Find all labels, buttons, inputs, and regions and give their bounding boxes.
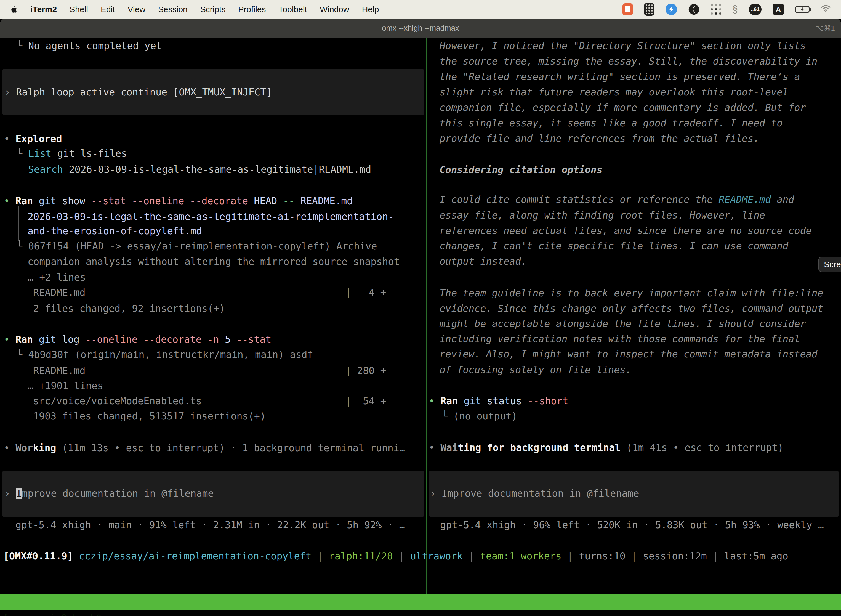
search-args: 2026-03-09-is-legal-the-same-as-legitima… — [69, 164, 371, 175]
battery-icon[interactable] — [795, 6, 810, 13]
reasoning-para1-line4: slight risk that future readers may over… — [440, 84, 788, 100]
menu-item-shell[interactable]: Shell — [70, 5, 88, 14]
subcommand-token: log — [62, 334, 85, 345]
log-output-more: … +1901 lines — [28, 378, 103, 393]
omx-branch-path: cczip/essay/ai-reimplementation-copyleft — [79, 551, 312, 562]
tmux-session-window[interactable]: [omx-cczip0:bash* — [3, 610, 101, 616]
left-prompt-line[interactable]: › Improve documentation in @filename — [4, 486, 214, 501]
tmux-status-bar: [omx-cczip0:bash* "MacBook-Pro-44.local"… — [0, 594, 841, 610]
git-show-command-line: • Ran git show --stat --oneline --decora… — [4, 193, 353, 209]
git-token: git — [463, 396, 487, 406]
reasoning-para2-line4: changes, I can't cite specific file line… — [440, 238, 788, 254]
reasoning-para1-line7: provide file and line references from th… — [440, 131, 759, 146]
show-output-filename-1: 2026-03-09-is-legal-the-same-as-legitima… — [28, 209, 394, 224]
reasoning-para3-line1: The team guideline is to back every impo… — [440, 285, 823, 301]
keypad-app-icon[interactable] — [644, 3, 655, 16]
log-stat-filename-2: src/voice/voiceModeEnabled.ts — [33, 393, 202, 409]
list-args: git ls-files — [57, 148, 127, 159]
separator: | — [707, 551, 724, 562]
reasoning-para3-line3: might be acceptable alongside the file l… — [440, 316, 806, 331]
dashdash-token: -- — [283, 195, 300, 207]
bullet-icon: • — [429, 442, 440, 453]
bullet-icon: • — [4, 334, 15, 345]
menu-item-toolbelt[interactable]: Toolbelt — [279, 5, 307, 14]
separator: | — [561, 551, 579, 562]
reasoning-para2-line3: references need actual files, and since … — [440, 223, 812, 238]
show-output-more: … +2 lines — [28, 270, 86, 285]
agents-note-line: └ No agents completed yet — [16, 38, 162, 54]
git-token: git — [39, 195, 62, 207]
ralph-loop-text: Ralph loop active continue [OMX_TMUX_INJ… — [16, 87, 272, 98]
k-circle-icon[interactable] — [688, 4, 700, 15]
reasoning-para2-line5: output instead. — [440, 254, 527, 269]
log-output-hash-line: └ 4b9d30f (origin/main, instructkr/main,… — [16, 347, 313, 362]
reasoning-para2-line1: I could cite commit statistics or refere… — [440, 192, 794, 207]
omx-session-time: session:12m — [643, 551, 707, 562]
chat-app-icon[interactable] — [623, 3, 633, 15]
explored-header: • Explored — [4, 131, 62, 147]
omx-team-workers: team:1 workers — [480, 551, 561, 562]
reasoning-para1-line2: the source tree, missing the essay. Stil… — [440, 54, 818, 69]
menu-bar: iTerm2 Shell Edit View Session Scripts P… — [0, 0, 841, 19]
menu-item-iterm2[interactable]: iTerm2 — [30, 5, 57, 14]
reasoning-para3-line6: of focusing solely on file lines. — [440, 362, 631, 378]
n-value-token: 5 — [225, 334, 236, 345]
flag-token: --short — [527, 396, 568, 406]
menu-item-profiles[interactable]: Profiles — [238, 5, 266, 14]
file-token: README.md — [300, 195, 353, 207]
menu-item-help[interactable]: Help — [362, 5, 379, 14]
list-verb: List — [28, 148, 57, 159]
separator: | — [626, 551, 643, 562]
hook-icon[interactable]: § — [732, 4, 738, 15]
readme-link[interactable]: README.md — [718, 194, 771, 205]
ghost-suggestion-text: mprove documentation in @filename — [22, 488, 214, 499]
log-stat-summary: 1903 files changed, 513517 insertions(+) — [33, 408, 266, 424]
subcommand-token: show — [62, 195, 91, 207]
window-title-bar[interactable]: omx --xhigh --madmax ⌥⌘1 — [0, 19, 841, 38]
tree-corner-glyph: └ — [16, 349, 28, 360]
menu-item-edit[interactable]: Edit — [101, 5, 115, 14]
log-stat-count-2: | 54 + — [346, 393, 386, 409]
screen-notification-chip[interactable]: Scre — [818, 257, 841, 272]
menu-item-scripts[interactable]: Scripts — [200, 5, 226, 14]
a-key-badge-icon[interactable]: A — [772, 4, 784, 15]
ran-label: Ran — [15, 334, 39, 345]
lightning-badge-icon[interactable] — [665, 4, 677, 15]
head-token: HEAD — [254, 195, 283, 207]
omx-turns: turns:10 — [579, 551, 626, 562]
wifi-icon[interactable] — [820, 4, 831, 15]
omx-ralph-counter: ralph:11/20 — [329, 551, 393, 562]
explored-list-row: └ List git ls-files — [16, 146, 127, 161]
agents-note-text: No agents completed yet — [28, 40, 162, 51]
show-output-message: companion analysis without altering the … — [28, 254, 400, 269]
menu-item-window[interactable]: Window — [320, 5, 349, 14]
separator: | — [312, 551, 329, 562]
tree-corner-glyph: └ — [16, 148, 28, 159]
dots-grid-icon[interactable] — [711, 4, 721, 15]
show-stat-count: | 4 + — [346, 285, 386, 300]
ghost-suggestion-text: Improve documentation in @filename — [441, 488, 639, 499]
git-log-command-line: • Ran git log --oneline --decorate -n 5 … — [4, 332, 271, 347]
apple-icon[interactable] — [10, 5, 18, 14]
flags-token: --stat --oneline --decorate — [91, 195, 254, 207]
menu-item-view[interactable]: View — [128, 5, 145, 14]
text-cursor[interactable]: I — [16, 488, 22, 499]
tree-guide-line — [18, 207, 19, 241]
log-stat-count-1: | 280 + — [346, 363, 386, 378]
commit-hash-text: 067f154 (HEAD -> essay/ai-reimplementati… — [28, 241, 377, 252]
right-prompt-line[interactable]: › Improve documentation in @filename — [430, 486, 639, 501]
window-shortcut-hint: ⌥⌘1 — [816, 19, 835, 38]
reasoning-para3-line5: review. Also, I might want to inspect th… — [440, 346, 818, 362]
para2-post-text: and — [771, 194, 794, 205]
percent-badge-icon[interactable]: ..61 — [749, 4, 762, 15]
reasoning-para2-line2: essay file, along with finding root file… — [440, 208, 765, 223]
menu-item-session[interactable]: Session — [158, 5, 188, 14]
prompt-chevron: › — [4, 87, 16, 98]
subcommand-token: status — [487, 396, 528, 406]
prompt-chevron: › — [430, 488, 441, 499]
tree-corner-glyph: └ — [16, 40, 28, 51]
git-status-command-line: • Ran git status --short — [429, 393, 568, 409]
working-word-dim: Wor — [15, 442, 33, 453]
omx-mode-label: ultrawork — [410, 551, 463, 562]
ran-label: Ran — [440, 396, 463, 406]
